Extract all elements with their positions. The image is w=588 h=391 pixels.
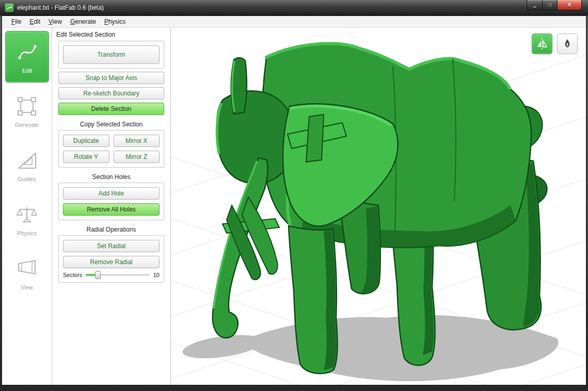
sectors-slider-handle[interactable] <box>95 271 101 279</box>
minimize-icon: – <box>533 5 536 10</box>
sidebar-item-view[interactable]: View <box>2 247 52 301</box>
radial-operations-group: Set Radial Remove Radial Sectors 10 <box>58 235 164 283</box>
sectors-label: Sectors <box>63 272 82 278</box>
close-icon: ✕ <box>567 2 571 8</box>
snap-to-major-axis-button[interactable]: Snap to Major Axis <box>58 72 164 84</box>
sidebar-item-guides[interactable]: Guides <box>2 138 52 192</box>
menu-bar: File Edit View Generate Physics <box>2 16 586 28</box>
panel-header: Edit Selected Section <box>52 28 170 39</box>
set-radial-button[interactable]: Set Radial <box>63 240 160 252</box>
maximize-button[interactable]: □ <box>542 0 558 10</box>
sidebar-item-label: Edit <box>22 68 32 74</box>
maximize-icon: □ <box>548 3 551 8</box>
menu-view[interactable]: View <box>44 17 66 27</box>
physics-scales-icon <box>15 203 39 226</box>
window-body: File Edit View Generate Physics Edit <box>2 15 586 385</box>
pen-tool-button[interactable] <box>557 34 578 54</box>
rotate-y-button[interactable]: Rotate Y <box>63 151 109 163</box>
minimize-button[interactable]: – <box>527 0 543 10</box>
viewport-canvas[interactable] <box>171 28 586 385</box>
mirror-z-button[interactable]: Mirror Z <box>114 151 160 163</box>
menu-physics[interactable]: Physics <box>100 17 130 27</box>
flatfab-logo-icon <box>5 4 13 12</box>
resketch-boundary-button[interactable]: Re-sketch Boundary <box>58 87 164 100</box>
edit-panel: Edit Selected Section Transform Snap to … <box>52 28 171 385</box>
sidebar-item-label: Generate <box>15 122 39 128</box>
remove-radial-button[interactable]: Remove Radial <box>63 256 160 268</box>
menu-file[interactable]: File <box>7 17 25 27</box>
mirror-x-button[interactable]: Mirror X <box>114 135 160 147</box>
sectors-row: Sectors 10 <box>63 272 160 278</box>
transform-button[interactable]: Transform <box>63 45 160 64</box>
tool-sidebar: Edit Generate <box>2 28 52 385</box>
guides-ruler-icon <box>15 149 39 172</box>
transform-group: Transform <box>58 41 164 69</box>
section-holes-title: Section Holes <box>52 173 170 181</box>
section-holes-group: Add Hole Remove All Holes <box>58 183 164 220</box>
add-hole-button[interactable]: Add Hole <box>63 187 160 200</box>
copy-section-title: Copy Selected Section <box>52 121 170 128</box>
sectors-value: 10 <box>153 272 160 278</box>
pen-tool-icon <box>560 36 575 52</box>
duplicate-button[interactable]: Duplicate <box>63 135 109 147</box>
window-controls: – □ ✕ <box>527 0 582 10</box>
generate-sections-icon <box>15 94 39 118</box>
main-area: Edit Generate <box>2 28 586 385</box>
sectors-slider[interactable] <box>86 274 149 276</box>
delete-section-button[interactable]: Delete Section <box>58 103 164 115</box>
sidebar-item-generate[interactable]: Generate <box>2 84 52 138</box>
app-window: elephant.txt - FlatFab 0.6 (beta) – □ ✕ … <box>0 0 588 391</box>
mirror-tool-button[interactable] <box>532 34 552 54</box>
sidebar-item-label: View <box>21 284 33 290</box>
menu-generate[interactable]: Generate <box>66 17 100 27</box>
sidebar-item-label: Guides <box>18 176 36 182</box>
sidebar-item-physics[interactable]: Physics <box>2 192 52 247</box>
remove-all-holes-button[interactable]: Remove All Holes <box>63 203 160 216</box>
titlebar[interactable]: elephant.txt - FlatFab 0.6 (beta) – □ ✕ <box>0 0 588 15</box>
window-title: elephant.txt - FlatFab 0.6 (beta) <box>17 4 104 11</box>
elephant-model[interactable] <box>181 43 559 381</box>
mirror-tool-icon <box>535 37 549 51</box>
radial-operations-title: Radial Operations <box>52 226 170 233</box>
sidebar-item-edit[interactable]: Edit <box>5 31 49 83</box>
spine-fin-section[interactable] <box>231 58 247 114</box>
view-frame-icon <box>15 257 39 281</box>
close-button[interactable]: ✕ <box>557 0 582 10</box>
copy-section-group: Duplicate Mirror X Rotate Y Mirror Z <box>58 130 164 168</box>
sidebar-item-label: Physics <box>17 230 37 236</box>
viewport-toolbar <box>532 34 578 54</box>
viewport-3d[interactable] <box>171 28 586 385</box>
edit-curve-icon <box>15 40 39 64</box>
menu-edit[interactable]: Edit <box>25 17 44 27</box>
